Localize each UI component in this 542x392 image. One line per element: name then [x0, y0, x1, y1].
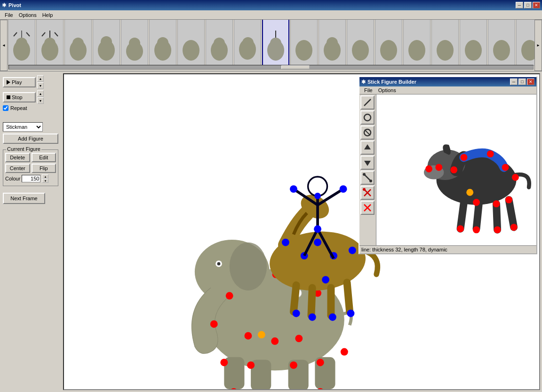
play-button[interactable]: Play: [3, 77, 36, 87]
colour-input[interactable]: [22, 175, 40, 182]
svg-line-65: [294, 285, 296, 312]
sfb-up-tool[interactable]: [360, 141, 375, 155]
frame-scroll-left[interactable]: ◄: [0, 20, 8, 71]
sfb-title-icon: ✱: [361, 79, 366, 85]
repeat-checkbox[interactable]: [3, 105, 8, 111]
main-canvas[interactable]: ✱ Stick Figure Builder ─ □ ✕ File Option…: [63, 73, 540, 390]
repeat-label: Repeat: [10, 105, 27, 111]
sfb-delete-tool[interactable]: [360, 201, 375, 215]
delete-edit-row: Delete Edit: [5, 153, 56, 162]
frame-thumb[interactable]: [234, 20, 261, 66]
svg-line-8: [42, 32, 45, 36]
svg-point-29: [352, 40, 369, 61]
play-row: Play ▲ ▼: [3, 75, 58, 89]
svg-point-88: [314, 193, 321, 199]
svg-point-38: [230, 243, 267, 290]
frame-thumb[interactable]: [36, 20, 64, 66]
edit-button[interactable]: Edit: [32, 153, 56, 162]
sfb-no-tool[interactable]: [360, 125, 375, 140]
svg-point-120: [473, 226, 480, 233]
frame-thumb[interactable]: [64, 20, 92, 66]
delete-button[interactable]: Delete: [5, 153, 30, 162]
menu-options[interactable]: Options: [16, 12, 40, 18]
frame-thumb[interactable]: [460, 20, 487, 66]
frame-thumb[interactable]: [516, 20, 534, 66]
flip-button[interactable]: Flip: [32, 164, 56, 173]
svg-line-109: [509, 200, 514, 227]
svg-line-68: [347, 282, 350, 312]
svg-point-75: [329, 314, 336, 321]
frame-thumb[interactable]: [177, 20, 205, 66]
frame-thumb[interactable]: [403, 20, 430, 66]
sfb-canvas[interactable]: [376, 94, 536, 245]
frame-thumb[interactable]: [431, 20, 459, 66]
stop-scroll-up[interactable]: ▲: [37, 90, 44, 97]
frame-thumb[interactable]: [290, 20, 318, 66]
app-title: Pivot: [8, 2, 21, 8]
add-figure-button[interactable]: Add Figure: [3, 133, 58, 144]
menu-help[interactable]: Help: [40, 12, 56, 18]
frame-thumb[interactable]: [375, 20, 402, 66]
stop-button[interactable]: Stop: [3, 92, 36, 102]
frame-scrollbar-track[interactable]: [8, 65, 534, 70]
sfb-minimize[interactable]: ─: [510, 78, 518, 85]
frame-thumb[interactable]: [347, 20, 374, 66]
svg-point-32: [437, 40, 454, 61]
sfb-menu-options[interactable]: Options: [375, 87, 399, 94]
stop-scroll-down[interactable]: ▼: [37, 97, 44, 104]
svg-point-47: [226, 292, 233, 299]
svg-point-28: [327, 37, 338, 48]
play-scroll-up[interactable]: ▲: [37, 75, 44, 82]
frame-thumb[interactable]: [319, 20, 346, 66]
play-scroll-down[interactable]: ▼: [37, 82, 44, 89]
svg-point-100: [363, 188, 366, 191]
svg-point-20: [214, 38, 225, 49]
sfb-content: [359, 94, 536, 245]
frame-scroll-right[interactable]: ►: [534, 20, 542, 71]
maximize-button[interactable]: □: [524, 2, 532, 8]
sfb-maximize[interactable]: □: [518, 78, 526, 85]
svg-point-34: [493, 40, 510, 61]
svg-point-44: [217, 262, 221, 266]
frame-thumb-selected[interactable]: [262, 20, 289, 66]
menu-file[interactable]: File: [2, 12, 16, 18]
svg-line-4: [26, 32, 30, 36]
frame-thumb[interactable]: [488, 20, 515, 66]
colour-down[interactable]: ▼: [42, 179, 48, 183]
colour-up[interactable]: ▲: [42, 174, 48, 179]
sfb-down-tool[interactable]: [360, 156, 375, 170]
title-bar: ✱ Pivot ─ □ ✕: [0, 0, 542, 10]
sfb-circle-tool[interactable]: [360, 110, 375, 125]
frame-thumb[interactable]: [8, 20, 35, 66]
frame-thumb[interactable]: [93, 20, 120, 66]
svg-point-35: [521, 40, 534, 61]
frames-wrapper: [8, 20, 534, 71]
svg-line-108: [496, 204, 497, 230]
frame-thumb[interactable]: [121, 20, 148, 66]
frame-thumb[interactable]: [206, 20, 233, 66]
figure-dropdown[interactable]: Stickman Horse Elephant: [3, 122, 43, 132]
sfb-menu-bar: File Options: [359, 86, 536, 94]
center-flip-row: Center Flip: [5, 164, 56, 173]
svg-point-33: [465, 40, 482, 61]
svg-point-48: [244, 332, 252, 339]
svg-point-52: [247, 361, 255, 369]
svg-point-78: [322, 276, 329, 283]
sfb-line-tool[interactable]: [360, 95, 375, 110]
svg-point-59: [210, 321, 218, 328]
center-button[interactable]: Center: [5, 164, 30, 173]
stop-label: Stop: [12, 94, 23, 100]
svg-point-122: [510, 224, 518, 231]
sfb-menu-file[interactable]: File: [361, 87, 375, 94]
frame-scrollbar-thumb[interactable]: [281, 65, 310, 69]
close-button[interactable]: ✕: [533, 2, 540, 8]
svg-point-74: [309, 314, 316, 321]
minimize-button[interactable]: ─: [516, 2, 523, 8]
next-frame-button[interactable]: Next Frame: [3, 193, 45, 204]
svg-point-1: [16, 38, 27, 49]
svg-point-54: [317, 359, 324, 366]
sfb-close[interactable]: ✕: [527, 78, 534, 85]
sfb-diagonal-tool[interactable]: [360, 171, 375, 185]
sfb-cross-tool[interactable]: [360, 186, 375, 200]
frame-thumb[interactable]: [149, 20, 176, 66]
